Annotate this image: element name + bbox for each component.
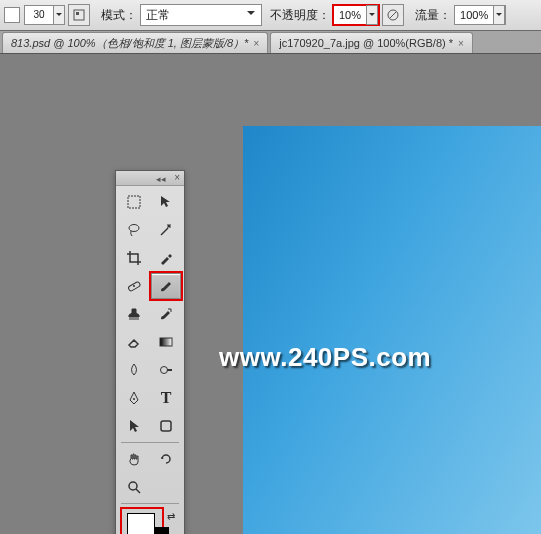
hand-tool[interactable]	[119, 446, 149, 472]
svg-rect-1	[76, 12, 79, 15]
swap-colors-icon[interactable]: ⇄	[167, 511, 175, 522]
bandaid-icon	[126, 278, 142, 294]
lasso-tool[interactable]	[119, 217, 149, 243]
type-icon: T	[161, 389, 172, 407]
close-icon[interactable]: ×	[174, 172, 180, 183]
options-bar: 30 模式： 正常 不透明度： 10% 流量： 100%	[0, 0, 541, 31]
pressure-opacity-toggle[interactable]	[382, 4, 404, 26]
color-wells: ⇄ ◧	[119, 509, 181, 534]
gradient-icon	[158, 334, 174, 350]
tab-document-2[interactable]: jc170920_7a.jpg @ 100%(RGB/8) * ×	[270, 32, 473, 53]
blend-mode-select[interactable]: 正常	[140, 4, 262, 26]
brush-tool[interactable]	[151, 273, 181, 299]
svg-rect-7	[160, 338, 172, 346]
tab-document-1[interactable]: 813.psd @ 100%（色相/饱和度 1, 图层蒙版/8）* ×	[2, 32, 268, 53]
tools-panel: ◂◂ × T	[115, 170, 185, 534]
tool-separator	[121, 442, 179, 443]
brush-size-input[interactable]: 30	[24, 5, 54, 25]
svg-rect-10	[161, 421, 171, 431]
blend-mode-value: 正常	[146, 7, 170, 24]
history-brush-icon	[158, 306, 174, 322]
tablet-icon	[386, 8, 400, 22]
rotate-view-tool[interactable]	[151, 446, 181, 472]
marquee-tool[interactable]	[119, 189, 149, 215]
wand-tool[interactable]	[151, 217, 181, 243]
svg-rect-3	[128, 196, 140, 208]
eraser-tool[interactable]	[119, 329, 149, 355]
rotate-icon	[158, 451, 174, 467]
opacity-input[interactable]: 10%	[333, 5, 379, 25]
blur-tool[interactable]	[119, 357, 149, 383]
flow-dropdown[interactable]	[493, 5, 505, 25]
dodge-tool[interactable]	[151, 357, 181, 383]
marquee-icon	[126, 194, 142, 210]
stamp-icon	[126, 306, 142, 322]
shape-tool[interactable]	[151, 413, 181, 439]
flow-value: 100%	[455, 9, 493, 21]
brush-preview-swatch[interactable]	[4, 7, 20, 23]
brush-panel-toggle[interactable]	[68, 4, 90, 26]
tab-label: 813.psd @ 100%（色相/饱和度 1, 图层蒙版/8）*	[11, 36, 248, 51]
blur-icon	[126, 362, 142, 378]
gradient-tool[interactable]	[151, 329, 181, 355]
type-tool[interactable]: T	[151, 385, 181, 411]
tool-separator	[121, 503, 179, 504]
zoom-tool[interactable]	[119, 474, 149, 500]
brush-size-dropdown[interactable]	[54, 5, 65, 25]
svg-point-9	[133, 398, 135, 400]
eyedropper-tool[interactable]	[151, 245, 181, 271]
crop-icon	[126, 250, 142, 266]
close-icon[interactable]: ×	[458, 38, 464, 49]
chevron-down-icon	[247, 11, 255, 19]
mode-label: 模式：	[101, 7, 137, 24]
wand-icon	[158, 222, 174, 238]
hand-icon	[126, 451, 142, 467]
watermark-text: www.240PS.com	[219, 342, 431, 373]
close-icon[interactable]: ×	[253, 38, 259, 49]
move-tool[interactable]	[151, 189, 181, 215]
pen-tool[interactable]	[119, 385, 149, 411]
svg-point-4	[129, 225, 139, 232]
opacity-value: 10%	[334, 9, 366, 21]
tools-panel-header[interactable]: ◂◂ ×	[116, 171, 184, 186]
path-select-tool[interactable]	[119, 413, 149, 439]
pen-icon	[126, 390, 142, 406]
history-brush-tool[interactable]	[151, 301, 181, 327]
eraser-icon	[126, 334, 142, 350]
eyedropper-icon	[158, 250, 174, 266]
move-icon	[158, 194, 174, 210]
workspace: www.240PS.com ◂◂ × T	[0, 54, 541, 534]
empty-slot	[151, 474, 181, 500]
zoom-icon	[126, 479, 142, 495]
flow-input[interactable]: 100%	[454, 5, 506, 25]
collapse-icon[interactable]: ◂◂	[156, 174, 166, 184]
brush-icon	[158, 278, 174, 294]
foreground-color[interactable]	[127, 513, 155, 534]
arrow-icon	[126, 418, 142, 434]
crop-tool[interactable]	[119, 245, 149, 271]
canvas[interactable]	[243, 126, 541, 534]
svg-point-8	[161, 367, 168, 374]
heal-tool[interactable]	[119, 273, 149, 299]
lasso-icon	[126, 222, 142, 238]
opacity-dropdown[interactable]	[366, 5, 378, 25]
svg-point-11	[129, 482, 137, 490]
flow-label: 流量：	[415, 7, 451, 24]
shape-icon	[158, 418, 174, 434]
dodge-icon	[158, 362, 174, 378]
opacity-label: 不透明度：	[270, 7, 330, 24]
document-tabs: 813.psd @ 100%（色相/饱和度 1, 图层蒙版/8）* × jc17…	[0, 31, 541, 54]
tab-label: jc170920_7a.jpg @ 100%(RGB/8) *	[279, 37, 453, 49]
brush-panel-icon	[72, 8, 86, 22]
stamp-tool[interactable]	[119, 301, 149, 327]
svg-point-6	[133, 285, 135, 287]
